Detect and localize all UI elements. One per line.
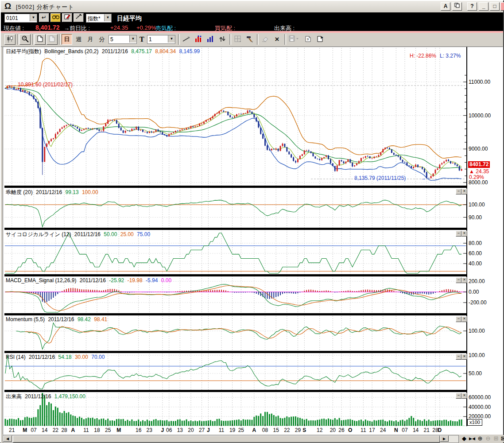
bb-upper-value: 8,804.34 — [155, 48, 176, 54]
bar-count-select[interactable]: 1 ▼ — [147, 35, 175, 44]
momentum-header: Momentum (5,5) 2011/12/16 98.42 98.41 — [6, 316, 109, 323]
low-annotation-arrow: → — [421, 175, 426, 181]
hammer-icon — [246, 35, 253, 43]
page-icon — [37, 35, 43, 42]
close-panel-button[interactable]: ⊠ — [500, 435, 504, 442]
period-weekly-button[interactable]: 週 — [74, 34, 84, 45]
x-axis-label: 11 — [216, 427, 227, 433]
kairido-date: 2011/12/16 — [36, 189, 62, 195]
psych-title: サイコロジカルライン (12) — [6, 231, 71, 237]
shrink-bars-button[interactable]: ▶◀ — [469, 435, 476, 442]
indicator-red-button[interactable] — [193, 34, 204, 45]
zoom-out-button[interactable]: ⊖ — [485, 435, 492, 442]
toolbar-divider — [17, 34, 19, 45]
x-axis-label: 23 — [143, 427, 155, 433]
page-load-icon: 9 — [305, 35, 311, 42]
sort-arrows-button[interactable] — [217, 34, 228, 45]
edit-button[interactable] — [62, 13, 72, 22]
scroll-right-button[interactable]: ▶ — [440, 435, 449, 442]
kairido-value: 99.13 — [66, 189, 79, 195]
panel-close-button[interactable]: × — [461, 354, 467, 360]
panel-close-button[interactable]: × — [461, 316, 467, 322]
chevron-down-icon[interactable]: ▼ — [168, 35, 175, 43]
page-load-button[interactable]: 9 — [302, 34, 314, 45]
y-axis-label: 60000.00 — [469, 394, 491, 400]
period-monthly-button[interactable]: 月 — [85, 34, 96, 45]
close-button[interactable]: × — [500, 2, 504, 11]
price-marker-diff: ▲ 24.35 — [469, 168, 489, 175]
indicator-blue-button[interactable] — [205, 34, 216, 45]
kairido-title: 乖離度 (20) — [6, 189, 33, 195]
up-down-arrows-icon — [219, 35, 226, 43]
draw-button[interactable] — [74, 13, 84, 22]
rsi-date: 2011/12/16 — [29, 354, 55, 360]
panel-minimize-button[interactable]: − — [456, 189, 461, 194]
chart-area[interactable] — [3, 47, 503, 435]
delete-all-button[interactable]: × — [271, 34, 283, 45]
eraser-button[interactable] — [260, 34, 271, 45]
quote-toolbar: 0101 ▼ ↵ 指数* ▼ 日経平均 現在値 : 8,401.72 →前日比 … — [1, 12, 503, 33]
scroll-left-button[interactable]: ◀ — [3, 435, 12, 442]
help-button[interactable]: ? — [467, 2, 477, 11]
zoom-in-button[interactable]: ⊕ — [477, 435, 484, 442]
x-axis-label: 14 — [39, 427, 50, 433]
maximize-button[interactable]: □ — [490, 2, 500, 11]
panel-minimize-button[interactable]: − — [456, 277, 461, 283]
toolbar-divider — [59, 34, 61, 45]
window-title: [5002] 分析チャート — [16, 3, 74, 11]
page-save-button[interactable]: P — [314, 34, 326, 45]
font-button[interactable]: A — [441, 2, 450, 11]
minute-select[interactable]: 5 ▼ — [109, 35, 137, 44]
enter-button[interactable]: ↵ — [39, 13, 49, 22]
scrollbar-thumb[interactable] — [13, 435, 440, 443]
chevron-down-icon[interactable]: ▼ — [129, 35, 136, 43]
candle-chart-button[interactable] — [4, 34, 16, 45]
main-date: 2011/12/16 — [102, 48, 128, 54]
tools-button[interactable] — [244, 34, 255, 45]
page-p-icon: P — [317, 35, 323, 42]
y-axis-label: 9000.00 — [469, 146, 488, 152]
new-page-button[interactable] — [35, 34, 46, 45]
search-button[interactable] — [50, 13, 61, 22]
psych-high-ref: 75.00 — [137, 231, 150, 237]
period-daily-button[interactable]: 日 — [62, 34, 72, 45]
symbol-code-input[interactable]: 0101 ▼ — [4, 14, 37, 23]
scrollbar-track[interactable]: ◀ ▶ — [3, 435, 459, 443]
panel-minimize-button[interactable]: − — [456, 354, 461, 360]
toolbar-divider — [257, 34, 259, 45]
copy-page-button[interactable] — [47, 34, 58, 45]
panel-close-button[interactable]: × — [461, 277, 467, 283]
rsi-low-ref: 30.00 — [75, 354, 88, 360]
x-axis-label: 16 — [133, 427, 144, 433]
panel-close-button[interactable]: × — [461, 231, 467, 237]
category-select[interactable]: 指数* ▼ — [86, 14, 112, 23]
y-axis-label: 40.00 — [469, 260, 482, 267]
trendline-button[interactable] — [181, 34, 192, 45]
period-minute-button[interactable]: 分 — [97, 34, 107, 45]
panel-minimize-button[interactable]: − — [456, 393, 461, 399]
chevron-down-icon[interactable]: ▼ — [104, 14, 111, 21]
grid-view-button[interactable]: ⊞ — [492, 435, 500, 442]
x-axis-label: 22 — [281, 427, 293, 433]
save-button[interactable] — [287, 34, 301, 45]
zoom-chart-button[interactable] — [19, 34, 31, 45]
x-axis-label: 20 — [185, 427, 197, 433]
price-marker-pct: 0.29% — [469, 174, 484, 180]
chevron-down-icon[interactable]: ▼ — [30, 14, 37, 21]
grid-layout-button[interactable] — [232, 34, 243, 45]
panel-minimize-button[interactable]: − — [456, 316, 461, 322]
expand-bars-button[interactable]: ◆ — [461, 435, 468, 442]
volume-header: 出来高 2011/12/16 1,479,150.00 — [6, 393, 87, 400]
minute-value: 5 — [110, 36, 113, 43]
copy-window-button[interactable] — [452, 2, 462, 11]
app-logo-icon: Ω — [4, 1, 11, 11]
minimize-button[interactable]: _ — [479, 2, 488, 11]
floppy-icon — [289, 35, 299, 42]
panel-close-button[interactable]: × — [461, 393, 467, 399]
bar-count-value: 1 — [149, 36, 152, 43]
x-axis-label: M — [113, 427, 124, 433]
panel-close-button[interactable]: × — [461, 189, 467, 194]
high-annotation: 10,891.60 (2011/02/17) — [18, 82, 73, 88]
panel-minimize-button[interactable]: − — [456, 231, 461, 237]
macd-hist-value: -5.94 — [146, 277, 158, 284]
